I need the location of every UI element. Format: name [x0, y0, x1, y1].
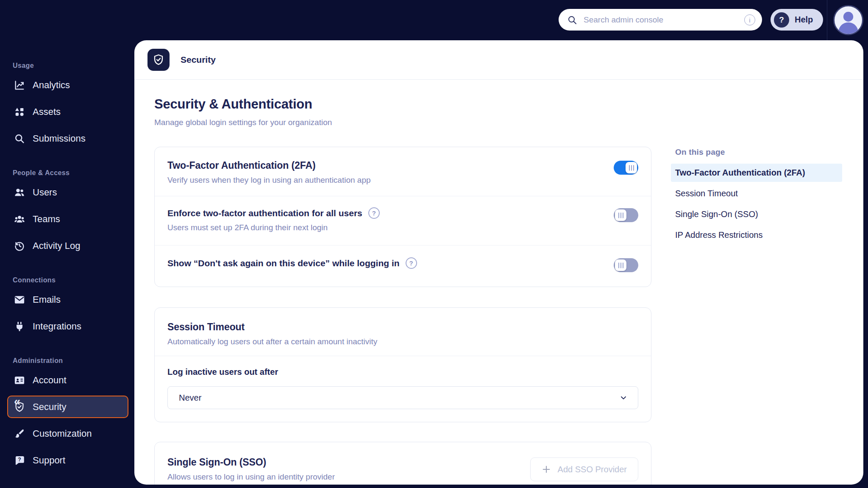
- sso-text: Single Sign-On (SSO) Allows users to log…: [167, 457, 335, 482]
- main-panel: Security Security & Authentication Manag…: [134, 40, 863, 485]
- account-icon: [14, 374, 25, 386]
- analytics-icon: [14, 79, 25, 91]
- sidebar-item-label: Activity Log: [33, 240, 81, 251]
- panel-header: Security: [134, 40, 863, 80]
- toc-item-label: Single Sign-On (SSO): [675, 209, 758, 219]
- sidebar-item-activity-log[interactable]: Activity Log: [7, 234, 128, 257]
- sidebar-item-label: Support: [33, 455, 65, 466]
- settings-column: Security & Authentication Manage global …: [154, 97, 651, 485]
- help-button-label: Help: [795, 15, 813, 25]
- user-avatar-icon: [835, 6, 862, 34]
- submissions-icon: [14, 133, 25, 145]
- sidebar-item-label: Users: [33, 187, 57, 198]
- timeout-select-value: Never: [179, 393, 201, 403]
- integrations-icon: [14, 321, 25, 332]
- dont-ask-again-toggle[interactable]: [614, 258, 638, 272]
- twofa-subtitle: Verify users when they log in using an a…: [167, 176, 371, 185]
- enforce-2fa-row: Enforce two-factor authentication for al…: [155, 196, 651, 245]
- help-icon[interactable]: ?: [368, 207, 380, 219]
- sidebar-item-label: Analytics: [33, 80, 70, 91]
- twofa-card: Two-Factor Authentication (2FA) Verify u…: [154, 147, 651, 287]
- sidebar-item-label: Security: [33, 402, 66, 413]
- help-button[interactable]: ? Help: [771, 9, 823, 31]
- timeout-field-label: Log inactive users out after: [167, 367, 638, 377]
- search-bar[interactable]: i: [559, 9, 762, 31]
- sidebar-item-label: Assets: [33, 106, 61, 117]
- sidebar-item-label: Teams: [33, 214, 60, 225]
- toc-item-label: Session Timeout: [675, 189, 738, 198]
- enforce-2fa-subtitle: Users must set up 2FA during their next …: [167, 223, 380, 232]
- sidebar-item-users[interactable]: Users: [7, 181, 128, 204]
- assets-icon: [14, 106, 25, 118]
- help-question-icon: ?: [774, 12, 789, 28]
- sidebar-item-label: Integrations: [33, 321, 81, 332]
- sidebar-section-connections: Connections: [13, 276, 134, 284]
- sidebar-item-integrations[interactable]: Integrations: [7, 315, 128, 337]
- session-timeout-subtitle: Automatically log users out after a cert…: [167, 337, 638, 346]
- toc-item-twofa[interactable]: Two-Factor Authentication (2FA): [671, 164, 842, 182]
- on-this-page-title: On this page: [675, 148, 842, 157]
- timeout-select[interactable]: Never: [167, 386, 638, 409]
- users-icon: [14, 187, 25, 198]
- sidebar-item-submissions[interactable]: Submissions: [7, 127, 128, 150]
- session-timeout-header: Session Timeout Automatically log users …: [155, 308, 651, 356]
- chevron-down-icon: [619, 393, 628, 402]
- sidebar-item-support[interactable]: ? Support: [7, 449, 128, 471]
- search-input[interactable]: [583, 15, 744, 25]
- sidebar-item-label: Customization: [33, 428, 92, 439]
- plus-icon: [542, 465, 551, 474]
- twofa-main-row: Two-Factor Authentication (2FA) Verify u…: [155, 147, 651, 196]
- sso-title: Single Sign-On (SSO): [167, 457, 335, 468]
- svg-text:?: ?: [18, 457, 21, 463]
- toc-item-label: Two-Factor Authentication (2FA): [675, 168, 805, 178]
- add-sso-provider-button[interactable]: Add SSO Provider: [530, 457, 638, 481]
- sidebar-item-analytics[interactable]: Analytics: [7, 74, 128, 96]
- sidebar-collapse-icon[interactable]: «: [14, 396, 20, 407]
- toc-item-sso[interactable]: Single Sign-On (SSO): [671, 205, 842, 223]
- avatar[interactable]: [833, 5, 863, 35]
- security-badge-icon: [147, 49, 170, 71]
- search-icon: [567, 15, 577, 25]
- toggle-knob: [615, 259, 626, 271]
- session-timeout-title: Session Timeout: [167, 321, 638, 333]
- sidebar-item-emails[interactable]: Emails: [7, 288, 128, 311]
- page-content: Security & Authentication Manage global …: [134, 80, 863, 485]
- twofa-toggle[interactable]: [614, 161, 638, 175]
- toc-item-label: IP Address Restrictions: [675, 230, 762, 240]
- sso-card: Single Sign-On (SSO) Allows users to log…: [154, 442, 651, 485]
- info-icon[interactable]: i: [744, 14, 755, 25]
- enforce-2fa-toggle[interactable]: [614, 208, 638, 222]
- activity-log-icon: [14, 240, 25, 252]
- dont-ask-again-row: Show “Don't ask again on this device” wh…: [155, 245, 651, 287]
- emails-icon: [14, 294, 25, 306]
- dont-ask-again-text: Show “Don't ask again on this device” wh…: [167, 257, 417, 269]
- dont-ask-again-label: Show “Don't ask again on this device” wh…: [167, 258, 400, 268]
- sidebar-item-customization[interactable]: Customization: [7, 422, 128, 445]
- sidebar-item-account[interactable]: Account: [7, 369, 128, 391]
- on-this-page-nav: On this page Two-Factor Authentication (…: [671, 97, 842, 485]
- sidebar-item-teams[interactable]: Teams: [7, 208, 128, 230]
- twofa-text: Two-Factor Authentication (2FA) Verify u…: [167, 160, 371, 185]
- page-subtitle: Manage global login settings for your or…: [154, 118, 651, 127]
- support-chat-icon: ?: [14, 455, 25, 466]
- session-timeout-body: Log inactive users out after Never: [155, 356, 651, 422]
- toc-item-session-timeout[interactable]: Session Timeout: [671, 184, 842, 203]
- help-icon[interactable]: ?: [406, 257, 417, 269]
- sidebar-item-security[interactable]: Security: [7, 396, 128, 418]
- twofa-title: Two-Factor Authentication (2FA): [167, 160, 371, 171]
- breadcrumb: Security: [181, 55, 216, 65]
- sidebar-section-administration: Administration: [13, 357, 134, 365]
- page-title: Security & Authentication: [154, 97, 651, 112]
- sidebar-section-usage: Usage: [13, 62, 134, 70]
- sidebar-item-label: Emails: [33, 294, 61, 305]
- toc-item-ip-restrictions[interactable]: IP Address Restrictions: [671, 226, 842, 244]
- session-timeout-card: Session Timeout Automatically log users …: [154, 307, 651, 422]
- add-sso-provider-label: Add SSO Provider: [558, 465, 627, 474]
- sidebar-section-people-access: People & Access: [13, 169, 134, 177]
- toggle-knob: [615, 209, 626, 221]
- admin-console: i ? Help Usage Analytics: [0, 0, 868, 488]
- customization-brush-icon: [14, 428, 25, 440]
- topbar-divider: [827, 0, 827, 40]
- teams-icon: [14, 213, 25, 225]
- sidebar-item-assets[interactable]: Assets: [7, 100, 128, 123]
